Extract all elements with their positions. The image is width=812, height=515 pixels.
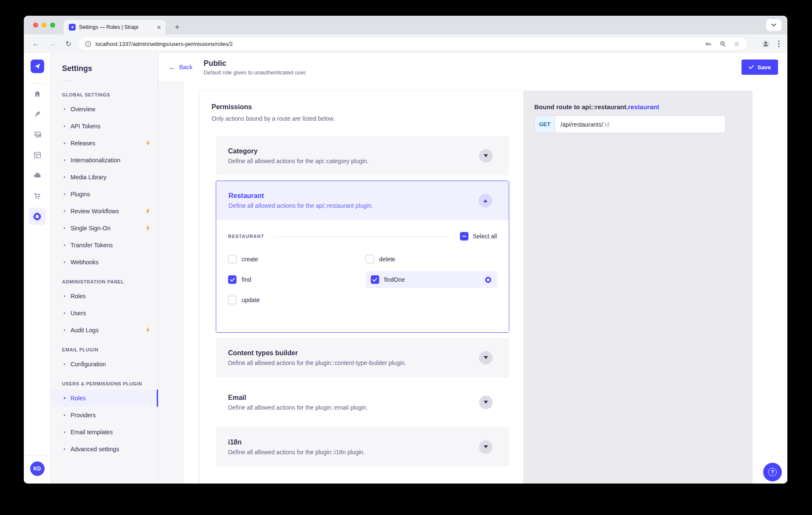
accordion-toggle-button[interactable]	[479, 149, 493, 163]
main-content: ← Back Public Default role given to unau…	[158, 53, 787, 484]
accordion-header[interactable]: EmailDefine all allowed actions for the …	[216, 382, 509, 422]
minimize-window-button[interactable]	[42, 23, 47, 28]
permission-checkbox-findone[interactable]	[371, 275, 379, 284]
strapi-favicon-icon	[69, 24, 76, 31]
sidebar-item-label: Webhooks	[70, 259, 99, 266]
sidebar-item-audit-logs[interactable]: Audit Logs	[51, 322, 158, 339]
browser-tab[interactable]: Settings — Roles | Strapi ✕	[64, 20, 166, 34]
url-bar[interactable]: localhost:1337/admin/settings/users-perm…	[79, 37, 747, 50]
site-info-icon[interactable]	[85, 41, 91, 47]
select-all-checkbox[interactable]	[460, 232, 468, 241]
accordion-upload: Upload	[216, 472, 509, 484]
advanced-settings-gear-icon[interactable]	[485, 276, 492, 283]
sidebar-item-plugins[interactable]: Plugins	[51, 186, 158, 203]
select-all-control[interactable]: Select all	[460, 232, 497, 241]
nav-home-icon[interactable]	[27, 84, 48, 104]
lightning-bolt-icon	[146, 140, 150, 146]
nav-content-manager-icon[interactable]	[27, 104, 48, 125]
bullet-icon	[64, 142, 65, 144]
sidebar-item-providers[interactable]: Providers	[51, 407, 158, 424]
tab-search-chevron-icon[interactable]	[766, 19, 781, 31]
group-label: RESTAURANT	[228, 234, 264, 239]
reload-icon[interactable]: ↻	[65, 40, 71, 48]
bullet-icon	[64, 414, 65, 416]
fullscreen-window-button[interactable]	[50, 23, 55, 28]
new-tab-button[interactable]: +	[172, 22, 183, 33]
sidebar-item-overview[interactable]: Overview	[51, 101, 158, 118]
permission-checkbox-delete[interactable]	[366, 255, 374, 263]
permission-row-find[interactable]: find	[223, 271, 365, 288]
profile-avatar-icon[interactable]	[762, 40, 770, 48]
sidebar-item-api-tokens[interactable]: API Tokens	[51, 118, 158, 135]
sidebar-item-review-workflows[interactable]: Review Workflows	[51, 203, 158, 220]
back-link[interactable]: ← Back	[169, 64, 192, 71]
permissions-grid: createdeletefindfindOneupdate	[228, 251, 497, 308]
permission-label: find	[242, 276, 251, 283]
user-avatar[interactable]: KD	[30, 461, 45, 476]
accordion-header[interactable]: Content types builderDefine all allowed …	[216, 338, 509, 377]
sidebar-item-single-sign-on[interactable]: Single Sign-On	[51, 220, 158, 237]
sidebar-item-roles[interactable]: Roles	[51, 288, 158, 305]
permission-row-delete[interactable]: delete	[361, 251, 502, 268]
back-nav-icon[interactable]: ←	[32, 40, 39, 48]
strapi-logo-icon[interactable]	[31, 59, 44, 73]
sidebar-item-label: Configuration	[70, 361, 106, 368]
sidebar-item-configuration[interactable]: Configuration	[51, 356, 158, 373]
bullet-icon	[64, 397, 65, 399]
sidebar-item-releases[interactable]: Releases	[51, 135, 158, 152]
permission-row-update[interactable]: update	[223, 291, 365, 308]
sidebar-item-roles[interactable]: Roles	[51, 390, 158, 407]
accordion-header[interactable]: Upload	[216, 472, 509, 484]
bullet-icon	[64, 108, 65, 110]
zoom-icon[interactable]	[719, 40, 726, 47]
close-window-button[interactable]	[33, 23, 38, 28]
sidebar-item-advanced-settings[interactable]: Advanced settings	[51, 441, 158, 458]
tab-strip: Settings — Roles | Strapi ✕ +	[24, 16, 787, 34]
password-key-icon[interactable]	[705, 40, 712, 48]
bullet-icon	[64, 193, 65, 195]
accordion-header[interactable]: i18nDefine all allowed actions for the p…	[216, 427, 509, 467]
permission-row-create[interactable]: create	[223, 251, 365, 268]
chevron-down-icon	[484, 445, 488, 448]
permission-checkbox-create[interactable]	[228, 255, 237, 263]
accordion-toggle-button[interactable]	[479, 194, 492, 207]
accordion-header[interactable]: CategoryDefine all allowed actions for t…	[216, 136, 509, 175]
nav-media-library-icon[interactable]	[27, 125, 48, 145]
accordion-toggle-button[interactable]	[479, 440, 493, 454]
sidebar-item-email-templates[interactable]: Email templates	[51, 424, 158, 441]
page-header: ← Back Public Default role given to unau…	[158, 53, 787, 81]
sidebar-item-internationalization[interactable]: Internationalization	[51, 152, 158, 169]
group-divider	[274, 236, 450, 237]
subnav-title: Settings	[62, 64, 158, 73]
nav-settings-gear-icon[interactable]	[29, 208, 46, 225]
sidebar-item-label: API Tokens	[70, 123, 101, 130]
chevron-down-icon	[484, 401, 488, 404]
permission-checkbox-update[interactable]	[228, 296, 237, 304]
sidebar-item-media-library[interactable]: Media Library	[51, 169, 158, 186]
nav-marketplace-cart-icon[interactable]	[27, 186, 48, 206]
close-tab-icon[interactable]: ✕	[157, 24, 161, 31]
nav-content-type-builder-icon[interactable]	[27, 145, 48, 165]
accordion-i18n: i18nDefine all allowed actions for the p…	[216, 427, 509, 467]
permission-row-findone[interactable]: findOne	[366, 271, 497, 288]
url-text[interactable]: localhost:1337/admin/settings/users-perm…	[96, 41, 705, 47]
accordion-toggle-button[interactable]	[479, 396, 493, 409]
accordion-title: i18n	[228, 438, 479, 446]
bookmark-star-icon[interactable]: ☆	[734, 40, 740, 48]
nav-deploy-cloud-icon[interactable]	[27, 165, 48, 186]
sidebar-item-transfer-tokens[interactable]: Transfer Tokens	[51, 237, 158, 254]
sidebar-item-webhooks[interactable]: Webhooks	[51, 254, 158, 271]
nav-section-label: EMAIL PLUGIN	[62, 347, 158, 352]
sidebar-item-users[interactable]: Users	[51, 305, 158, 322]
accordion-toggle-button[interactable]	[479, 351, 493, 365]
browser-menu-icon[interactable]	[778, 40, 780, 47]
save-label: Save	[757, 64, 771, 71]
accordion-header[interactable]: RestaurantDefine all allowed actions for…	[216, 181, 509, 220]
help-button[interactable]: ?	[763, 463, 782, 481]
bound-route-title: Bound route to api::restaurant.restauran…	[534, 103, 742, 110]
permission-checkbox-find[interactable]	[228, 275, 237, 284]
save-button[interactable]: Save	[742, 59, 778, 75]
accordion-title: Category	[228, 147, 479, 155]
forward-nav-icon[interactable]: →	[49, 40, 56, 48]
bullet-icon	[64, 244, 65, 246]
